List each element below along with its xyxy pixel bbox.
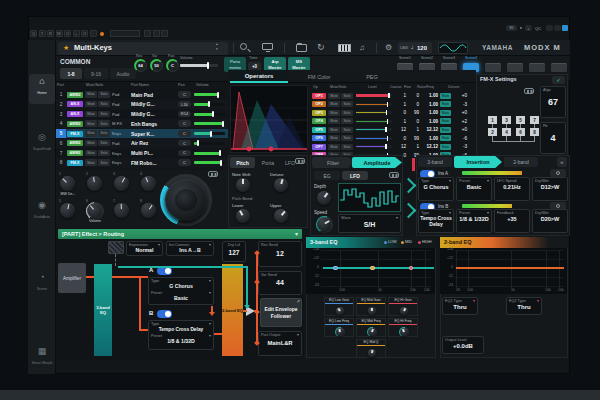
op-detune-value[interactable]: -3 [453, 144, 467, 149]
op-solo-button[interactable]: Solo [341, 101, 353, 107]
mute-button[interactable]: Mute [85, 130, 97, 137]
op-fine-value[interactable]: 99 [408, 136, 419, 141]
lfo-step-display[interactable] [338, 183, 401, 212]
op-ratio-value[interactable]: 12.12 [420, 144, 438, 149]
mini-tool-icon-7[interactable]: ·· [90, 30, 97, 37]
part-name[interactable]: Super K... [131, 131, 177, 137]
mini-tool-icon-3[interactable]: W [56, 30, 63, 37]
output-level-value[interactable]: +0.0dB [443, 343, 483, 350]
op-coarse-value[interactable]: 12 [394, 127, 406, 132]
corner-active-icon[interactable] [562, 25, 568, 31]
eq3-control-knob[interactable] [336, 307, 344, 315]
eq3-control-knob[interactable] [368, 307, 376, 315]
scene-button-6[interactable] [507, 63, 523, 72]
subtab-eg[interactable]: EG [314, 171, 340, 180]
part-volume-slider[interactable] [194, 113, 225, 116]
solo-button[interactable]: Solo [98, 159, 110, 166]
sync-icon[interactable]: ↻ [317, 42, 325, 52]
algo-box[interactable]: Algo 67 [540, 86, 566, 118]
op-coarse-value[interactable]: 0 [394, 136, 406, 141]
corner-chip[interactable]: 80 [506, 25, 517, 31]
part-name[interactable]: Enh Bangs [131, 121, 177, 127]
assign-knob-1[interactable] [60, 176, 75, 191]
subtab-lfo[interactable]: LFO [342, 171, 368, 180]
mini-tool-icon-r0[interactable] [144, 30, 151, 37]
ins-a-bypass-icon[interactable] [550, 169, 566, 177]
tab-insertion[interactable]: Insertion [454, 156, 502, 168]
part-row-6[interactable]: 6AWM2MuteSoloPadAir RezC [56, 139, 228, 148]
op-coarse-value[interactable]: 1 [394, 93, 406, 98]
pan-value[interactable]: C [178, 130, 191, 137]
solo-button[interactable]: Solo [98, 120, 110, 127]
mute-button[interactable]: Mute [85, 159, 97, 166]
tab-operators[interactable]: Operators [230, 70, 288, 83]
part-name[interactable]: FM Robo... [131, 160, 177, 166]
mute-button[interactable]: Mute [85, 111, 97, 118]
rev-send-box[interactable]: Rev Send 12 [258, 241, 302, 267]
ins-a-route-toggle[interactable] [157, 267, 172, 275]
pan-value[interactable]: C [178, 120, 191, 127]
part-volume-slider[interactable] [194, 161, 225, 164]
part-output-select[interactable]: Part Output▾ MainL&R [258, 331, 302, 356]
fmx-confirm-icon[interactable]: ✓ [552, 76, 565, 84]
eq3-control-knob[interactable] [400, 328, 408, 336]
amp-jack-icon[interactable] [389, 172, 399, 178]
solo-button[interactable]: Solo [98, 91, 110, 98]
pan-value[interactable]: C [178, 91, 191, 98]
tempo-value[interactable]: 120 [417, 45, 427, 51]
op-coarse-value[interactable]: 1 [394, 102, 406, 107]
ins-field-type[interactable]: Type▾G Chorus [418, 177, 454, 201]
op-detune-value[interactable]: +0 [453, 110, 467, 115]
op-fine-value[interactable]: 0 [408, 102, 419, 107]
op-level-slider[interactable] [356, 103, 392, 106]
common-knob-Var[interactable]: 50 [150, 59, 163, 72]
part-range-tab-9-16[interactable]: 9-16 [84, 68, 108, 79]
part-volume-slider[interactable] [194, 152, 225, 155]
envelope-follower-icon[interactable] [108, 241, 124, 254]
solo-button[interactable]: Solo [98, 130, 110, 137]
var-send-box[interactable]: Var Send 44 [258, 271, 302, 295]
op-solo-button[interactable]: Solo [341, 144, 353, 150]
feedback-box[interactable]: Fb 4 [540, 122, 566, 154]
pitch-knob-note-shift[interactable] [236, 178, 250, 192]
eq3-control-knob[interactable] [368, 328, 376, 336]
eq3-band-handle-mid[interactable] [370, 266, 375, 271]
tab-filter[interactable]: Filter [312, 157, 354, 168]
eq3-control-eq-hi-gain[interactable]: EQ Hi Gain [388, 297, 418, 316]
part-name[interactable]: Air Rez [131, 140, 177, 146]
routing-header-bar[interactable]: [PART] Effect > Routing ▾ [58, 229, 302, 239]
eq3-control-eq-mid-gain[interactable]: EQ Mid Gain [356, 297, 386, 316]
part-volume-slider[interactable] [194, 103, 225, 106]
eq1-type-select[interactable]: EQ1 Type▾ Thru [442, 297, 478, 315]
notes-icon[interactable]: ♫ [359, 43, 365, 52]
eq3-control-eq-hi-freq[interactable]: EQ Hi Freq [388, 318, 418, 337]
op-fine-value[interactable]: 0 [408, 119, 419, 124]
mute-button[interactable]: Mute [85, 101, 97, 108]
op-solo-button[interactable]: Solo [341, 110, 353, 116]
op-coarse-value[interactable]: 12 [394, 144, 406, 149]
tab-2band[interactable]: 2-band [504, 157, 538, 167]
pan-value[interactable]: C [178, 150, 191, 157]
op-fine-value[interactable]: 0 [408, 93, 419, 98]
op-ratio-value[interactable]: 1.00 [420, 119, 438, 124]
fm-spectrum-display[interactable] [230, 85, 308, 153]
tab-porta[interactable]: Porta [257, 157, 279, 168]
fmx-jack-icon[interactable] [524, 88, 534, 94]
eq2-type-value[interactable]: Thru [507, 304, 541, 311]
pan-value[interactable]: R14 [178, 111, 191, 118]
solo-button[interactable]: Solo [98, 150, 110, 157]
dry-level-box[interactable]: Dry Lvl 127 [222, 241, 246, 262]
search-icon[interactable] [240, 43, 247, 50]
mini-tool-icon-1[interactable]: T [39, 30, 46, 37]
algo-value[interactable]: 67 [541, 97, 565, 107]
common-knob-Rev[interactable]: 64 [134, 59, 147, 72]
mini-tool-icon-0[interactable]: Q [30, 30, 37, 37]
common-knob-Pan[interactable]: C [166, 59, 179, 72]
op-freq-mode-badge[interactable]: Ratio [440, 135, 451, 141]
mini-tool-icon-8[interactable] [98, 30, 105, 37]
gear-icon[interactable]: ⚙ [385, 43, 392, 52]
op-freq-mode-badge[interactable]: Ratio [440, 101, 451, 107]
op-fine-value[interactable]: 1 [408, 144, 419, 149]
op-ratio-value[interactable]: 12.12 [420, 127, 438, 132]
tab-3band[interactable]: 3-band [418, 157, 452, 167]
